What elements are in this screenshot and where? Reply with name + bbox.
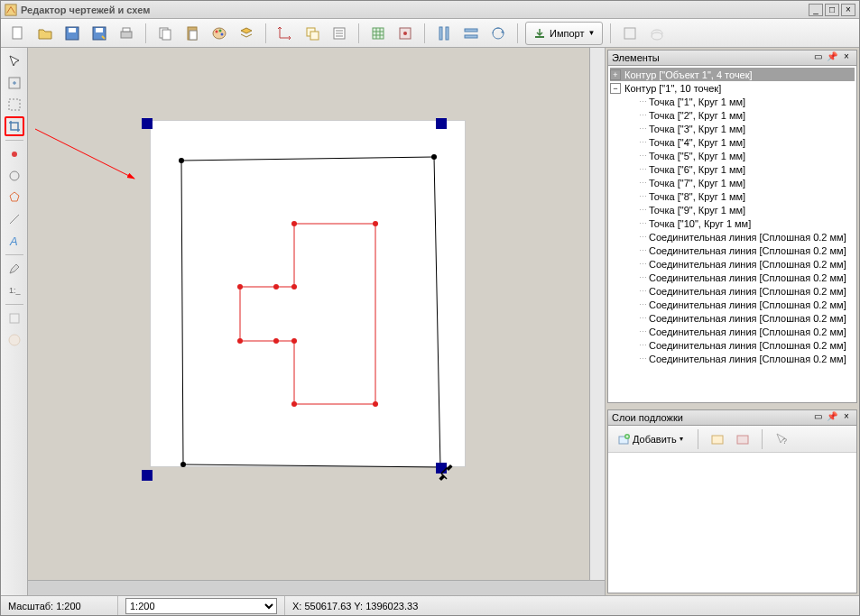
tree-item-point[interactable]: ⋯Точка ["3", Круг 1 мм] xyxy=(610,122,855,135)
tree-item-point[interactable]: ⋯Точка ["8", Круг 1 мм] xyxy=(610,189,855,203)
pan-tool[interactable] xyxy=(5,95,24,115)
import-button[interactable]: Импорт ▼ xyxy=(525,22,603,45)
tree-item-line[interactable]: ⋯Соединительная линия [Сплошная 0.2 мм] xyxy=(610,244,855,257)
extra2-button[interactable] xyxy=(645,22,669,45)
layers-button[interactable] xyxy=(235,22,258,45)
tree-item-line[interactable]: ⋯Соединительная линия [Сплошная 0.2 мм] xyxy=(610,325,855,338)
save-as-button[interactable] xyxy=(88,22,111,45)
extra1-button[interactable] xyxy=(618,22,642,45)
maximize-button[interactable]: □ xyxy=(825,4,839,16)
copy-button[interactable] xyxy=(153,22,177,45)
panel-pin-button[interactable]: 📌 xyxy=(826,411,838,424)
grid-button[interactable] xyxy=(366,22,390,45)
text-tool[interactable]: A xyxy=(5,231,24,251)
canvas-viewport[interactable] xyxy=(28,48,605,580)
add-layer-button[interactable]: Добавить ▾ xyxy=(612,429,689,449)
elements-tree[interactable]: + Контур ["Объект 1", 4 точек] − Контур … xyxy=(608,66,856,367)
import-icon xyxy=(533,27,546,40)
svg-rect-50 xyxy=(142,470,153,481)
line-tool[interactable] xyxy=(5,209,24,229)
svg-rect-22 xyxy=(373,28,384,39)
tree-item-line[interactable]: ⋯Соединительная линия [Сплошная 0.2 мм] xyxy=(610,298,855,311)
dropdown-icon: ▼ xyxy=(587,29,595,37)
svg-rect-28 xyxy=(465,35,477,38)
save-button[interactable] xyxy=(60,22,84,45)
svg-point-12 xyxy=(213,28,226,39)
axis-button[interactable] xyxy=(273,22,297,45)
svg-rect-40 xyxy=(10,314,19,323)
svg-line-42 xyxy=(35,129,134,179)
left-toolbar: A 1:_ xyxy=(1,48,28,595)
ghost-tool[interactable] xyxy=(5,330,24,350)
properties-button[interactable] xyxy=(328,22,351,45)
minimize-button[interactable]: _ xyxy=(809,4,823,16)
tree-item-contour-2[interactable]: − Контур ["1", 10 точек] xyxy=(610,81,855,95)
measure-tool[interactable]: 1:_ xyxy=(5,280,24,300)
tree-item-point[interactable]: ⋯Точка ["7", Круг 1 мм] xyxy=(610,176,855,189)
layer-help-button[interactable]: ? xyxy=(772,429,791,449)
panel-close-button[interactable]: × xyxy=(840,51,853,64)
tree-item-point[interactable]: ⋯Точка ["5", Круг 1 мм] xyxy=(610,149,855,162)
align-v-button[interactable] xyxy=(459,22,483,45)
svg-marker-43 xyxy=(181,157,440,467)
layer-btn-1[interactable] xyxy=(707,429,727,449)
palette-button[interactable] xyxy=(208,22,231,45)
panel-dock-button[interactable]: ▭ xyxy=(811,51,824,64)
tree-item-point[interactable]: ⋯Точка ["9", Круг 1 мм] xyxy=(610,203,855,216)
tree-item-line[interactable]: ⋯Соединительная линия [Сплошная 0.2 мм] xyxy=(610,284,855,298)
polygon-tool[interactable] xyxy=(5,188,24,207)
tree-item-line[interactable]: ⋯Соединительная линия [Сплошная 0.2 мм] xyxy=(610,257,855,271)
duplicate-button[interactable] xyxy=(301,22,324,45)
layers-list[interactable] xyxy=(608,453,856,593)
svg-point-62 xyxy=(291,284,297,290)
scale-select[interactable]: 1:200 xyxy=(125,598,277,614)
layer-btn-2[interactable] xyxy=(733,429,753,449)
svg-rect-17 xyxy=(310,32,319,40)
print-button[interactable] xyxy=(115,22,138,45)
tree-item-point[interactable]: ⋯Точка ["6", Круг 1 мм] xyxy=(610,162,855,176)
snap-button[interactable] xyxy=(393,22,417,45)
zoom-tool[interactable] xyxy=(5,73,24,93)
panel-dock-button[interactable]: ▭ xyxy=(811,411,824,424)
circle-tool[interactable] xyxy=(5,166,24,186)
new-button[interactable] xyxy=(6,22,30,45)
svg-rect-31 xyxy=(624,28,635,39)
crop-tool[interactable] xyxy=(5,116,24,136)
horizontal-scrollbar[interactable] xyxy=(28,580,605,595)
canvas-area xyxy=(28,48,605,595)
svg-point-33 xyxy=(652,32,662,40)
tree-item-line[interactable]: ⋯Соединительная линия [Сплошная 0.2 мм] xyxy=(610,352,855,365)
svg-point-55 xyxy=(373,401,378,407)
tree-item-line[interactable]: ⋯Соединительная линия [Сплошная 0.2 мм] xyxy=(610,311,855,325)
tree-item-point[interactable]: ⋯Точка ["2", Круг 1 мм] xyxy=(610,108,855,122)
svg-point-24 xyxy=(403,32,407,35)
layers-tool[interactable] xyxy=(5,308,24,328)
tree-item-line[interactable]: ⋯Соединительная линия [Сплошная 0.2 мм] xyxy=(610,230,855,244)
add-icon xyxy=(617,433,630,446)
collapse-icon[interactable]: − xyxy=(610,83,621,94)
tree-item-contour-1[interactable]: + Контур ["Объект 1", 4 точек] xyxy=(610,68,855,81)
main-toolbar: Импорт ▼ xyxy=(1,19,859,48)
align-h-button[interactable] xyxy=(432,22,456,45)
svg-point-36 xyxy=(12,152,17,157)
tree-item-line[interactable]: ⋯Соединительная линия [Сплошная 0.2 мм] xyxy=(610,271,855,284)
pointer-tool[interactable] xyxy=(5,51,24,71)
close-button[interactable]: × xyxy=(841,4,855,16)
vertical-scrollbar[interactable] xyxy=(589,48,605,580)
svg-rect-48 xyxy=(142,118,153,129)
tree-item-point[interactable]: ⋯Точка ["10", Круг 1 мм] xyxy=(610,216,855,230)
point-tool[interactable] xyxy=(5,144,24,164)
edit-tool[interactable] xyxy=(5,259,24,279)
svg-rect-26 xyxy=(446,27,448,40)
open-button[interactable] xyxy=(33,22,57,45)
paste-button[interactable] xyxy=(180,22,204,45)
rotate-button[interactable] xyxy=(486,22,510,45)
panel-close-button[interactable]: × xyxy=(840,411,853,424)
svg-point-13 xyxy=(216,30,218,32)
elements-title: Элементы xyxy=(612,52,811,63)
tree-item-point[interactable]: ⋯Точка ["1", Круг 1 мм] xyxy=(610,95,855,108)
expand-icon[interactable]: + xyxy=(610,69,621,80)
tree-item-point[interactable]: ⋯Точка ["4", Круг 1 мм] xyxy=(610,135,855,149)
tree-item-line[interactable]: ⋯Соединительная линия [Сплошная 0.2 мм] xyxy=(610,338,855,352)
panel-pin-button[interactable]: 📌 xyxy=(826,51,838,64)
